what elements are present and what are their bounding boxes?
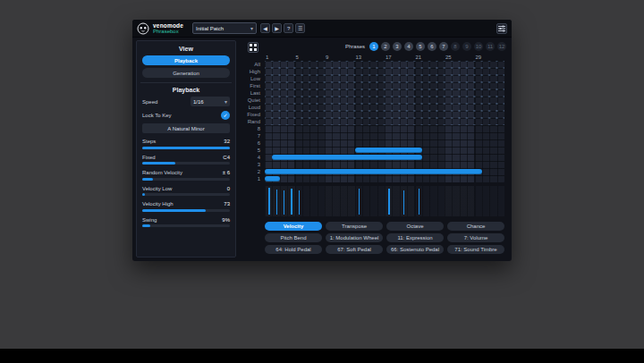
slider-velocity-high[interactable] bbox=[142, 209, 230, 212]
check-icon: ✓ bbox=[223, 113, 227, 118]
row-label-2: 2 bbox=[240, 168, 263, 175]
phrase-5-button[interactable]: 5 bbox=[416, 42, 425, 51]
phrase-overview-button[interactable] bbox=[248, 42, 258, 53]
key-select-button[interactable]: A Natural Minor bbox=[142, 123, 230, 133]
phrase-11-button[interactable]: 11 bbox=[486, 42, 495, 51]
phrase-3-button[interactable]: 3 bbox=[393, 42, 402, 51]
view-playback-button[interactable]: Playback bbox=[142, 55, 230, 65]
param-label: Fixed bbox=[142, 155, 156, 160]
chevron-down-icon: ▾ bbox=[225, 99, 227, 105]
parameter-tabs: VelocityTransposeOctaveChancePitch Bend1… bbox=[265, 222, 504, 254]
slider-fixed[interactable] bbox=[142, 162, 230, 165]
velocity-lane[interactable] bbox=[265, 186, 504, 216]
phrase-selector: Phrases 123456789101112 bbox=[345, 42, 506, 51]
phrase-7-button[interactable]: 7 bbox=[439, 42, 448, 51]
velocity-stem-step-13[interactable] bbox=[359, 189, 360, 215]
velocity-stem-step-17[interactable] bbox=[388, 189, 390, 215]
phrase-circles: 123456789101112 bbox=[369, 42, 506, 51]
chevron-down-icon: ▾ bbox=[250, 26, 253, 31]
velocity-stem-step-1[interactable] bbox=[268, 188, 270, 215]
phrase-9-button[interactable]: 9 bbox=[462, 42, 471, 51]
velocity-stem-step-4[interactable] bbox=[291, 189, 292, 215]
velocity-stem-step-3[interactable] bbox=[284, 190, 285, 215]
lock-to-key-control: Lock To Key ✓ bbox=[142, 110, 230, 120]
tab-chance[interactable]: Chance bbox=[447, 222, 504, 231]
lock-to-key-label: Lock To Key bbox=[142, 113, 172, 118]
velocity-stem-step-2[interactable] bbox=[276, 190, 278, 215]
settings-sliders-icon bbox=[498, 25, 505, 32]
lock-to-key-checkbox[interactable]: ✓ bbox=[221, 111, 230, 120]
tab-velocity[interactable]: Velocity bbox=[265, 222, 322, 231]
prev-preset-button[interactable]: ◀ bbox=[260, 23, 270, 33]
phrase-10-button[interactable]: 10 bbox=[474, 42, 483, 51]
tab-11-expression[interactable]: 11: Expression bbox=[386, 233, 444, 242]
slider-fill bbox=[142, 193, 145, 196]
param-label: Swing bbox=[142, 217, 157, 223]
next-preset-button[interactable]: ▶ bbox=[272, 23, 282, 33]
param-value: 9% bbox=[222, 217, 230, 223]
param-swing: Swing9% bbox=[142, 217, 230, 228]
note-bar-row-2[interactable] bbox=[265, 169, 482, 174]
phrase-1-button[interactable]: 1 bbox=[369, 42, 378, 51]
column-number-17: 17 bbox=[386, 55, 392, 61]
row-label-high: High bbox=[240, 68, 263, 75]
param-random-velocity: Random Velocity± 6 bbox=[142, 170, 230, 181]
view-generation-button[interactable]: Generation bbox=[142, 68, 230, 78]
note-grid[interactable] bbox=[265, 61, 504, 182]
row-label-first: First bbox=[240, 82, 263, 89]
slider-random-velocity[interactable] bbox=[142, 178, 230, 181]
note-bar-row-5[interactable] bbox=[355, 148, 422, 153]
tab-7-volume[interactable]: 7: Volume bbox=[447, 233, 504, 242]
tab-66-sostenuto-pedal[interactable]: 66: Sostenuto Pedal bbox=[386, 245, 444, 254]
velocity-stem-step-19[interactable] bbox=[403, 190, 405, 215]
param-row: Random Velocity± 6 bbox=[142, 170, 230, 175]
row-label-3: 3 bbox=[240, 161, 263, 168]
param-label: Steps bbox=[142, 139, 156, 144]
phrase-8-button[interactable]: 8 bbox=[451, 42, 460, 51]
row-label-6: 6 bbox=[240, 139, 263, 147]
notes-layer bbox=[265, 61, 504, 182]
row-label-quiet: Quiet bbox=[240, 97, 263, 104]
venomode-logo-icon bbox=[137, 22, 149, 35]
tab-64-hold-pedal[interactable]: 64: Hold Pedal bbox=[265, 245, 322, 254]
tab-1-modulation-wheel[interactable]: 1: Modulation Wheel bbox=[326, 233, 383, 242]
row-label-fixed: Fixed bbox=[240, 111, 263, 118]
playback-section-title: Playback bbox=[142, 87, 230, 93]
tab-67-soft-pedal[interactable]: 67: Soft Pedal bbox=[326, 245, 383, 254]
note-bar-row-4[interactable] bbox=[272, 155, 422, 160]
slider-steps[interactable] bbox=[142, 147, 230, 149]
divider bbox=[140, 82, 232, 83]
velocity-stem-step-5[interactable] bbox=[299, 190, 301, 215]
note-bar-row-1[interactable] bbox=[265, 176, 280, 182]
phrase-4-button[interactable]: 4 bbox=[404, 42, 413, 51]
tab-transpose[interactable]: Transpose bbox=[326, 222, 383, 231]
row-label-5: 5 bbox=[240, 147, 263, 154]
desktop: venomode Phrasebox Initial Patch ▾ ◀▶?☰ bbox=[0, 0, 644, 363]
preset-menu-button[interactable]: ☰ bbox=[295, 23, 305, 33]
tab-octave[interactable]: Octave bbox=[386, 222, 444, 231]
param-row: FixedC4 bbox=[142, 155, 230, 160]
slider-velocity-low[interactable] bbox=[142, 193, 230, 196]
slider-swing[interactable] bbox=[142, 224, 230, 227]
phrase-6-button[interactable]: 6 bbox=[428, 42, 436, 51]
tab-71-sound-timbre[interactable]: 71: Sound Timbre bbox=[447, 245, 504, 254]
param-label: Velocity Low bbox=[142, 186, 172, 191]
speed-dropdown[interactable]: 1/16 ▾ bbox=[191, 97, 230, 106]
preset-select[interactable]: Initial Patch ▾ bbox=[192, 22, 257, 34]
help-button[interactable]: ? bbox=[284, 23, 293, 33]
slider-fill bbox=[142, 224, 150, 227]
view-section-title: View bbox=[142, 46, 230, 52]
param-value: 73 bbox=[224, 201, 230, 207]
phrase-12-button[interactable]: 12 bbox=[497, 42, 506, 51]
slider-fill bbox=[142, 209, 206, 212]
param-row: Steps32 bbox=[142, 139, 230, 144]
phrase-2-button[interactable]: 2 bbox=[381, 42, 390, 51]
param-label: Velocity High bbox=[142, 201, 174, 207]
tab-pitch-bend[interactable]: Pitch Bend bbox=[265, 233, 322, 242]
velocity-stem-step-21[interactable] bbox=[419, 189, 420, 215]
param-velocity-low: Velocity Low0 bbox=[142, 186, 230, 197]
brand-name: venomode bbox=[153, 22, 183, 29]
param-value: 0 bbox=[227, 186, 230, 191]
settings-button[interactable] bbox=[496, 23, 507, 34]
param-row: Velocity High73 bbox=[142, 201, 230, 207]
